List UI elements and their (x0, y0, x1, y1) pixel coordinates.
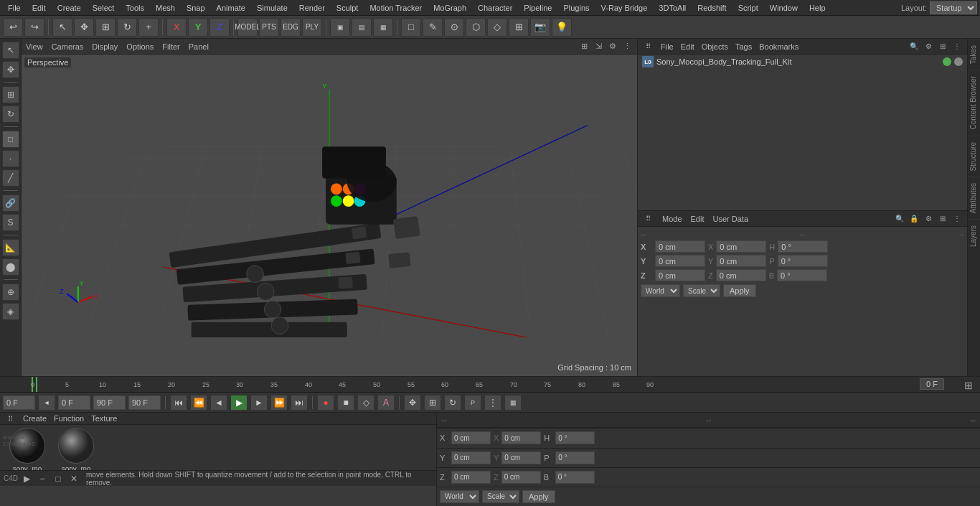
anim-scale-btn[interactable]: ⊞ (424, 395, 441, 411)
attr-p-rot[interactable] (778, 255, 828, 267)
lt-points-btn[interactable]: · (2, 150, 19, 167)
om-bookmarks-btn[interactable]: Bookmarks (759, 42, 798, 51)
timeline-row[interactable]: 0 5 10 15 20 25 30 35 40 45 50 55 60 65 … (0, 377, 980, 393)
scale-tool-button[interactable]: ⊞ (95, 18, 116, 37)
om-file-btn[interactable]: File (661, 42, 674, 51)
object-visibility-dot-editor[interactable] (943, 57, 951, 66)
attr-config-icon[interactable]: ⚙ (923, 213, 934, 225)
points-mode-button[interactable]: PTS (259, 18, 279, 37)
attr-x-size[interactable] (716, 240, 766, 253)
tab-takes[interactable]: Takes (968, 39, 980, 70)
om-objects-btn[interactable]: Objects (702, 42, 728, 51)
coord-y-size[interactable] (501, 451, 541, 464)
om-search-icon[interactable]: 🔍 (908, 41, 920, 52)
vp-menu-display[interactable]: Display (92, 42, 118, 51)
menu-animate[interactable]: Animate (212, 2, 250, 14)
lt-tool2-btn[interactable]: ⬤ (2, 258, 19, 276)
anim-key-btn[interactable]: ◇ (357, 395, 374, 411)
move-tool-button[interactable]: ✥ (74, 18, 94, 37)
status-minimize-icon[interactable]: − (36, 472, 49, 485)
anim-dots-btn[interactable]: ⋮ (484, 395, 501, 411)
coord-z-pos[interactable] (451, 471, 491, 484)
anim-stop-btn[interactable]: ■ (337, 395, 354, 411)
anim-next-btn[interactable]: ► (250, 395, 268, 411)
anim-start-frame[interactable] (3, 395, 35, 410)
attr-y-pos[interactable] (655, 255, 705, 267)
z-axis-button[interactable]: Z (209, 18, 230, 37)
menu-motion-tracker[interactable]: Motion Tracker (364, 2, 427, 14)
anim-record-btn[interactable]: ● (317, 395, 334, 411)
anim-next-key-btn[interactable]: ⏩ (270, 395, 288, 411)
anim-first-btn[interactable]: ⏮ (170, 395, 187, 411)
lt-select-btn[interactable]: ↖ (2, 42, 19, 59)
lt-tool3-btn[interactable]: ⊕ (2, 284, 19, 301)
menu-window[interactable]: Window (765, 2, 803, 14)
vp-more-icon[interactable]: ⋮ (621, 41, 633, 52)
menu-pipeline[interactable]: Pipeline (519, 2, 557, 14)
undo-button[interactable]: ↩ (3, 18, 23, 37)
menu-simulate[interactable]: Simulate (252, 2, 293, 14)
anim-current-frame[interactable] (58, 395, 90, 410)
attr-b-rot[interactable] (777, 269, 827, 281)
attr-scale-select[interactable]: Scale (683, 284, 720, 297)
anim-range-btn[interactable]: ◄ (38, 395, 55, 411)
coord-z-size[interactable] (501, 471, 541, 484)
om-expand-icon[interactable]: ⊞ (937, 41, 948, 52)
status-restore-icon[interactable]: □ (52, 472, 65, 485)
object-visibility-dot-render[interactable] (954, 57, 963, 66)
anim-param-btn[interactable]: P (464, 395, 481, 411)
model-mode-button[interactable]: MODEL (237, 18, 258, 37)
vp-gear-icon[interactable]: ⚙ (607, 41, 618, 52)
anim-end-frame1[interactable] (93, 395, 126, 410)
camera-button[interactable]: 📷 (530, 18, 550, 37)
x-axis-button[interactable]: X (166, 18, 187, 37)
y-axis-button[interactable]: Y (188, 18, 208, 37)
tab-content-browser[interactable]: Content Browser (968, 70, 980, 135)
lt-move-btn[interactable]: ✥ (2, 61, 19, 78)
attr-h-rot[interactable] (778, 240, 828, 253)
render-view-button[interactable]: ▤ (352, 18, 372, 37)
vp-menu-filter[interactable]: Filter (162, 42, 179, 51)
lt-edges-btn[interactable]: ╱ (2, 169, 19, 187)
mat-function-btn[interactable]: Function (54, 414, 84, 423)
anim-play-btn[interactable]: ▶ (230, 395, 248, 411)
attr-z-size[interactable] (716, 269, 766, 281)
timeline-expand-icon[interactable]: ⊞ (964, 380, 973, 391)
attr-x-pos[interactable] (655, 240, 705, 253)
menu-create[interactable]: Create (52, 2, 86, 14)
anim-prev-key-btn[interactable]: ⏪ (190, 395, 207, 411)
vp-arrows-icon[interactable]: ⇲ (593, 41, 604, 52)
menu-3dtoall[interactable]: 3DToAll (654, 2, 691, 14)
attr-z-pos[interactable] (655, 269, 705, 281)
rotate-tool-button[interactable]: ↻ (117, 18, 137, 37)
vp-menu-view[interactable]: View (26, 42, 43, 51)
attr-edit-btn[interactable]: Edit (691, 215, 705, 223)
menu-edit[interactable]: Edit (27, 2, 51, 14)
anim-move-btn[interactable]: ✥ (404, 395, 421, 411)
lt-texture-btn[interactable]: S (2, 214, 19, 231)
om-edit-btn[interactable]: Edit (681, 42, 694, 51)
attr-search-icon[interactable]: 🔍 (894, 213, 905, 225)
attr-apply-button[interactable]: Apply (723, 284, 756, 297)
coord-y-pos[interactable] (451, 451, 491, 464)
om-menu-icon[interactable]: ⋮ (951, 41, 963, 52)
attr-user-data-btn[interactable]: User Data (713, 215, 749, 223)
lt-snap-btn[interactable]: 🔗 (2, 195, 19, 212)
coord-apply-button[interactable]: Apply (522, 490, 555, 503)
coord-b-val[interactable] (555, 471, 595, 484)
menu-mograph[interactable]: MoGraph (428, 2, 471, 14)
menu-sculpt[interactable]: Sculpt (331, 2, 364, 14)
om-tags-btn[interactable]: Tags (735, 42, 752, 51)
material-item-2[interactable]: sony_mo (55, 428, 98, 473)
cube-button[interactable]: □ (401, 18, 421, 37)
light-button[interactable]: 💡 (552, 18, 572, 37)
coord-scale-select[interactable]: Scale (482, 490, 519, 503)
anim-rotate-btn[interactable]: ↻ (444, 395, 461, 411)
redo-button[interactable]: ↪ (24, 18, 44, 37)
3d-viewport[interactable]: Y (22, 55, 637, 376)
attr-mode-btn[interactable]: Mode (662, 215, 682, 223)
menu-snap[interactable]: Snap (182, 2, 210, 14)
mat-texture-btn[interactable]: Texture (91, 414, 117, 423)
attr-world-select[interactable]: World Object (641, 284, 680, 297)
vp-menu-cameras[interactable]: Cameras (52, 42, 84, 51)
